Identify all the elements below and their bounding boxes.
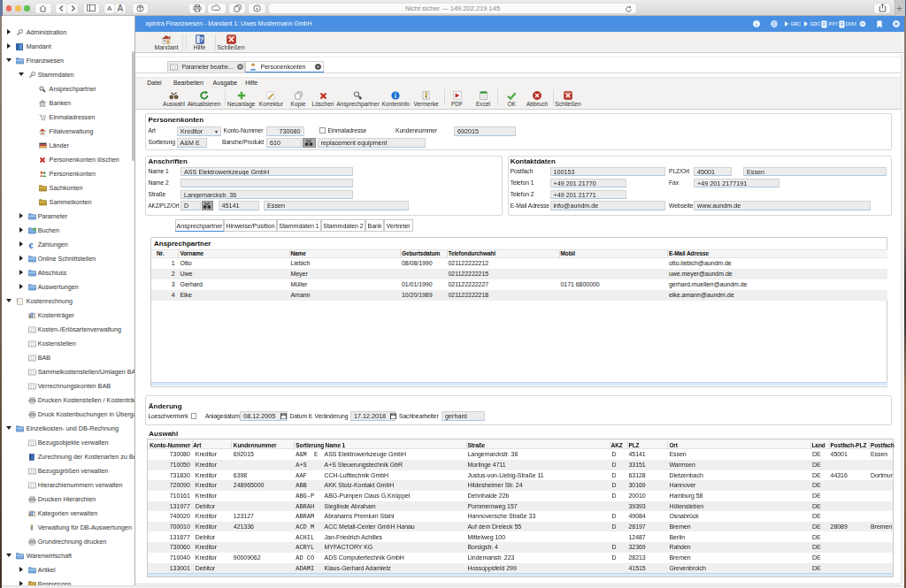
svg-text:?: ? — [199, 35, 203, 43]
svg-text:€: € — [29, 241, 34, 249]
